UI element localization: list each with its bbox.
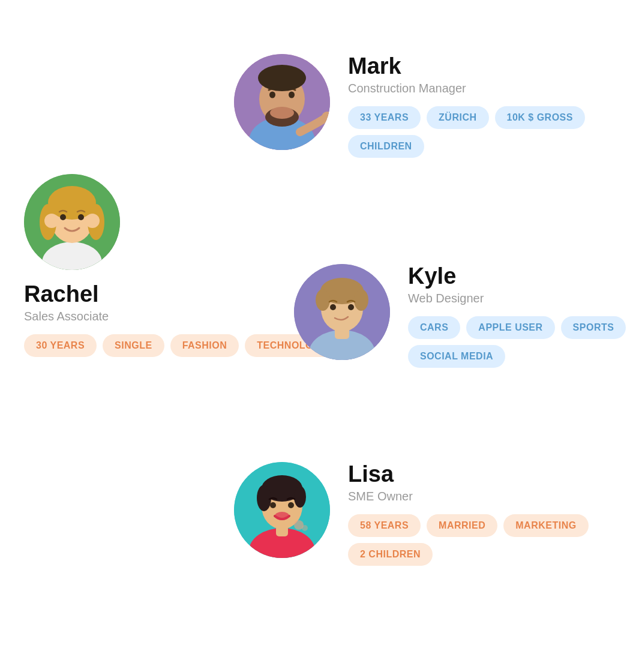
tag-sports: SPORTS: [561, 316, 626, 339]
rachel-tags: 30 YEARS SINGLE FASHION TECHNOLOGY: [24, 334, 340, 357]
kyle-role: Web Designer: [408, 292, 636, 305]
svg-point-15: [60, 214, 66, 220]
svg-point-27: [348, 304, 354, 310]
persona-rachel: Rachel Sales Associate 30 YEARS SINGLE F…: [24, 174, 340, 357]
svg-point-35: [270, 502, 276, 508]
svg-point-34: [294, 486, 306, 508]
svg-point-39: [302, 525, 308, 531]
tag-apple-user: APPLE USER: [466, 316, 554, 339]
tag-marketing: MARKETING: [503, 514, 588, 537]
svg-point-33: [257, 485, 271, 511]
kyle-tags: CARS APPLE USER SPORTS SOCIAL MEDIA: [408, 316, 636, 368]
tag-33-years: 33 YEARS: [348, 106, 421, 129]
tag-2-children: 2 CHILDREN: [348, 543, 433, 566]
svg-point-16: [78, 214, 84, 220]
svg-point-25: [354, 289, 368, 311]
avatar-lisa: [234, 462, 330, 558]
lisa-role: SME Owner: [348, 490, 636, 503]
svg-point-24: [316, 289, 330, 311]
mark-role: Construction Manager: [348, 82, 636, 95]
mark-tags: 33 YEARS ZÜRICH 10K $ GROSS CHILDREN: [348, 106, 636, 158]
svg-point-18: [85, 214, 100, 228]
persona-kyle: Kyle Web Designer CARS APPLE USER SPORTS…: [294, 264, 636, 368]
persona-mark: Mark Construction Manager 33 YEARS ZÜRIC…: [234, 54, 636, 158]
svg-point-7: [258, 65, 306, 91]
tag-social-media: SOCIAL MEDIA: [408, 345, 505, 368]
svg-point-36: [288, 502, 294, 508]
tag-10k-gross: 10K $ GROSS: [495, 106, 585, 129]
svg-point-5: [269, 92, 275, 98]
tag-single: SINGLE: [103, 334, 164, 357]
svg-point-37: [275, 512, 289, 520]
avatar-mark: [234, 54, 330, 150]
tag-married: MARRIED: [427, 514, 497, 537]
tag-children: CHILDREN: [348, 135, 424, 158]
tag-cars: CARS: [408, 316, 460, 339]
tag-fashion: FASHION: [170, 334, 239, 357]
svg-point-26: [330, 304, 336, 310]
tag-58-years: 58 YEARS: [348, 514, 421, 537]
persona-lisa: Lisa SME Owner 58 YEARS MARRIED MARKETIN…: [234, 462, 636, 566]
tag-zurich: ZÜRICH: [427, 106, 488, 129]
tag-30-years: 30 YEARS: [24, 334, 97, 357]
kyle-name: Kyle: [408, 264, 636, 289]
rachel-role: Sales Associate: [24, 310, 340, 323]
lisa-info: Lisa SME Owner 58 YEARS MARRIED MARKETIN…: [348, 462, 636, 566]
kyle-info: Kyle Web Designer CARS APPLE USER SPORTS…: [408, 264, 636, 368]
mark-name: Mark: [348, 54, 636, 79]
avatar-rachel: [24, 174, 120, 270]
svg-point-4: [270, 107, 294, 119]
rachel-info: Rachel Sales Associate 30 YEARS SINGLE F…: [24, 282, 340, 357]
lisa-name: Lisa: [348, 462, 636, 487]
mark-info: Mark Construction Manager 33 YEARS ZÜRIC…: [348, 54, 636, 158]
rachel-name: Rachel: [24, 282, 340, 307]
svg-point-6: [289, 92, 295, 98]
avatar-kyle: [294, 264, 390, 360]
svg-point-17: [44, 214, 59, 228]
lisa-tags: 58 YEARS MARRIED MARKETING 2 CHILDREN: [348, 514, 636, 566]
